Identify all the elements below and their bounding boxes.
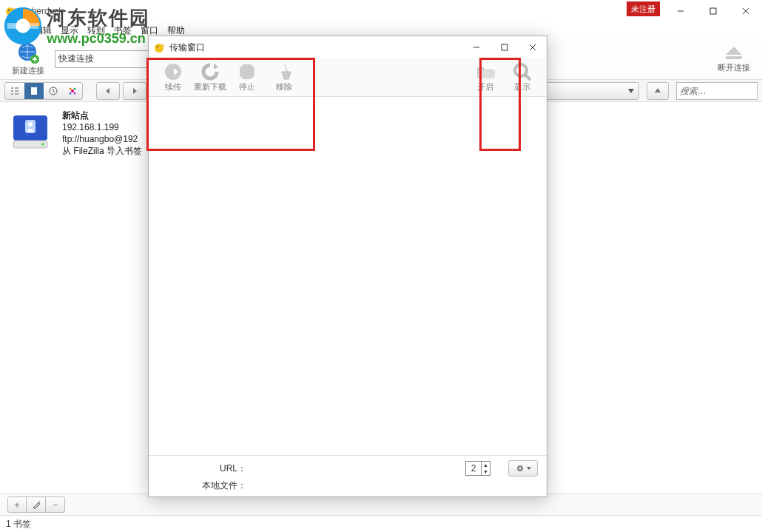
globe-plus-icon [17,41,39,64]
resume-button[interactable]: 续传 [155,59,192,96]
magnifier-icon [513,62,532,81]
svg-point-16 [74,87,76,90]
stop-icon [237,62,257,81]
svg-point-25 [41,143,44,146]
transfer-bottom: URL： 2 ▲▼ 本地文件： [149,455,547,496]
forward-button[interactable] [123,82,146,100]
open-label: 开启 [477,81,493,92]
svg-line-35 [525,75,530,80]
transfer-window: 传输窗口 续传 重新下载 停止 移除 开启 显示 [148,36,547,497]
maximize-button[interactable] [697,0,729,22]
local-label: 本地文件： [158,479,246,492]
stop-label: 停止 [239,81,255,92]
spin-up-icon[interactable]: ▲ [482,462,490,468]
transfer-title: 传输窗口 [169,41,205,54]
svg-point-37 [519,468,521,470]
svg-rect-6 [710,8,716,14]
disk-icon [9,110,52,152]
svg-marker-33 [240,64,254,79]
main-titlebar: Cyberduck 未注册 [0,0,762,22]
svg-point-14 [71,90,74,92]
redownload-label: 重新下载 [194,81,226,92]
svg-point-17 [70,92,72,94]
app-title: Cyberduck [21,6,63,16]
svg-point-24 [28,122,33,127]
view-outline-icon[interactable] [5,83,24,99]
bookmark-import: 从 FileZilla 导入书签 [62,145,142,157]
gear-menu[interactable] [508,460,538,477]
remove-button[interactable]: 移除 [266,59,303,96]
svg-rect-11 [726,56,742,59]
svg-point-26 [155,44,163,53]
close-button[interactable] [729,0,762,22]
menu-help[interactable]: 帮助 [167,24,185,37]
show-button[interactable]: 显示 [504,59,541,96]
menu-file[interactable]: 文件 [7,24,25,37]
svg-point-15 [70,87,72,90]
edit-button[interactable] [27,496,46,513]
back-button[interactable] [96,82,120,100]
svg-point-4 [8,10,10,11]
view-bonjour-icon[interactable] [63,83,82,99]
menu-goto[interactable]: 转到 [87,24,105,37]
status-bar: 1 书签 [0,516,762,532]
menu-edit[interactable]: 编辑 [34,24,52,37]
app-icon [4,5,16,17]
reload-icon [200,62,220,81]
quick-connect-text: 快速连接 [58,53,94,65]
transfer-toolbar: 续传 重新下载 停止 移除 开启 显示 [149,58,547,97]
view-bookmark-icon[interactable] [24,83,44,99]
svg-point-18 [74,92,76,94]
folder-open-icon [476,62,495,81]
svg-point-3 [6,7,15,16]
eject-icon [723,44,745,61]
stop-button[interactable]: 停止 [229,59,266,96]
app-icon [153,41,165,53]
bookmark-url: ftp://huangbo@192 [62,133,142,145]
url-label: URL： [158,462,246,475]
new-connection-label: 新建连接 [12,65,44,76]
remove-button[interactable]: － [46,496,65,513]
resume-icon [163,62,183,81]
minimize-button[interactable] [664,0,697,22]
transfer-close-button[interactable] [519,37,547,58]
search-input[interactable] [680,86,762,96]
show-label: 显示 [514,81,530,92]
svg-point-27 [157,46,158,47]
transfer-titlebar[interactable]: 传输窗口 [149,36,547,58]
bookmark-title: 新站点 [62,110,142,121]
menu-bookmark[interactable]: 书签 [114,24,132,37]
view-history-icon[interactable] [44,83,63,99]
resume-label: 续传 [165,81,181,92]
disconnect-label: 断开连接 [718,62,750,73]
transfer-maximize-button[interactable] [490,37,519,58]
transfer-list [149,97,547,455]
status-text: 1 书签 [6,518,31,531]
spin-down-icon[interactable]: ▼ [482,468,490,475]
disconnect-button[interactable]: 断开连接 [712,40,756,78]
svg-point-34 [515,64,527,76]
unregistered-badge[interactable]: 未注册 [627,1,660,16]
transfer-minimize-button[interactable] [462,37,490,58]
new-connection-button[interactable]: 新建连接 [6,40,50,78]
search-box[interactable] [676,82,758,100]
svg-rect-29 [502,44,508,50]
add-button[interactable]: ＋ [7,496,27,513]
bookmark-ip: 192.168.1.199 [62,121,142,133]
view-switch[interactable] [4,82,83,100]
up-button[interactable] [647,82,669,100]
menu-view[interactable]: 显示 [61,24,78,37]
redownload-button[interactable]: 重新下载 [192,59,229,96]
svg-point-32 [165,64,181,80]
broom-icon [274,62,294,81]
remove-label: 移除 [276,81,292,92]
gear-icon [516,464,525,473]
open-button[interactable]: 开启 [467,59,504,96]
connections-spinner[interactable]: 2 ▲▼ [465,461,490,476]
menu-window[interactable]: 窗口 [141,24,158,37]
